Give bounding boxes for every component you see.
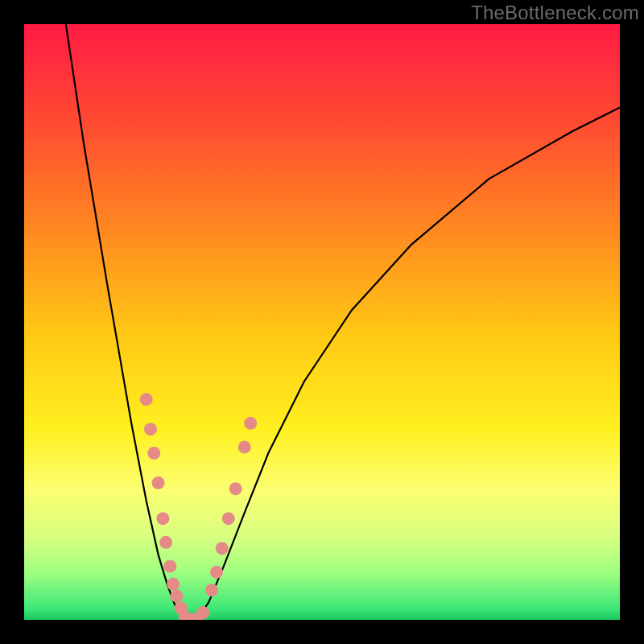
marker-dot xyxy=(163,559,176,572)
marker-dot xyxy=(147,447,160,460)
marker-dot xyxy=(238,440,251,453)
marker-dot xyxy=(244,417,257,430)
marker-layer xyxy=(140,393,258,620)
curve-right-arm xyxy=(197,108,620,620)
curve-left-arm xyxy=(66,24,185,620)
marker-dot xyxy=(167,578,180,591)
chart-svg xyxy=(24,24,620,620)
marker-dot xyxy=(196,606,209,619)
marker-dot xyxy=(156,512,169,525)
marker-dot xyxy=(152,477,165,489)
chart-plot-area xyxy=(24,24,620,620)
marker-dot xyxy=(216,542,229,555)
curve-layer xyxy=(66,24,620,620)
watermark-text: TheBottleneck.com xyxy=(471,2,639,24)
marker-dot xyxy=(144,423,157,436)
marker-dot xyxy=(222,512,235,525)
marker-dot xyxy=(210,566,223,579)
marker-dot xyxy=(140,393,153,406)
marker-dot xyxy=(170,589,183,602)
marker-dot xyxy=(159,536,172,549)
chart-outer-frame: TheBottleneck.com xyxy=(0,0,644,644)
marker-dot xyxy=(229,482,242,495)
marker-dot xyxy=(205,584,218,597)
